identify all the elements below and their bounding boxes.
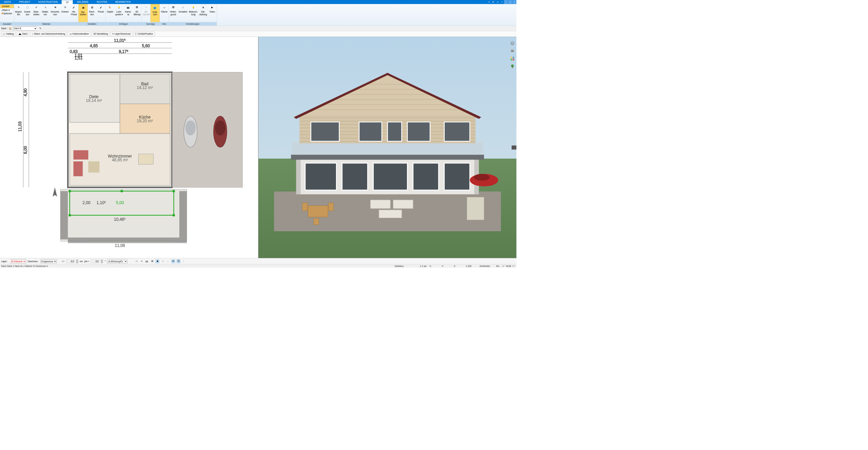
group-label-info: Info [160,22,169,26]
schatteneinst-button[interactable]: ⌂Schatten [178,4,188,22]
katalog-button[interactable]: 📖Katalog [1,32,16,36]
view-3d[interactable] [259,37,517,258]
layergeschoss-button[interactable]: ≡Layer/Geschoss [111,32,132,36]
dach-label: Dach [22,33,28,35]
settings-icon[interactable]: ⚙ [491,0,495,4]
bitmap3d-button[interactable]: 🖼3D- Bitmap [133,4,142,22]
snap3-icon[interactable]: ○ [166,259,170,263]
tree-icon[interactable] [510,64,515,69]
svg-text:6,00: 6,00 [23,146,28,154]
side-panel-handle[interactable] [512,145,516,149]
svg-rect-32 [73,161,83,176]
help-icon[interactable]: ? [500,0,504,4]
richtung-select[interactable]: dl (Richtung/Di [107,259,127,263]
stack-icon[interactable]: ▦ [150,259,154,263]
svg-rect-44 [69,214,71,217]
groessepos-button[interactable]: ⛶Größe/Position [133,32,155,36]
close-button[interactable]: × [512,0,516,4]
wood-icon: ⚏ [70,33,72,35]
selektion-text: Selektion [394,265,404,267]
kamera-button[interactable]: 📷Kame- ra [124,4,132,22]
snap1-icon[interactable]: ◆ [156,259,159,263]
wanddach-button[interactable]: ⌂Wand- und Dachverschneidung [30,32,67,36]
rf-text: RF [512,265,515,267]
dach-select[interactable]: Dach B [13,26,37,31]
svg-text:11,03: 11,03 [18,121,22,131]
darstellen-icon: ▦ [80,5,86,11]
eye-icon[interactable]: 👁 [140,259,144,263]
workspace: 11,01⁵ 4,65 5,60 9,17⁵ 0,83 1,01 1,51 11… [0,37,516,258]
mark-button[interactable]: ◇Mark.▾ [0,8,14,12]
abgreifen-icon: ✎ [16,5,21,11]
darstellung-label: Dar- stellung [199,11,207,16]
svg-rect-76 [359,122,382,141]
holz-button[interactable]: ⚏Holzkonstruktion [68,32,91,36]
minimize-button[interactable]: – [504,0,508,4]
ribbon-group-material: ✎Abgrei- fen⬚Zuwei- sen✐Bear- beiten⤡Ska… [14,4,79,26]
bearbeiten-label: Bear- beiten [33,11,39,16]
palette-icon[interactable] [510,56,515,61]
north-icon[interactable]: Ⓝ [177,259,180,263]
furniture-icon[interactable] [510,49,515,53]
selekt-button[interactable]: ▣Selekt [0,4,14,8]
layergeschoss-label: Layer/Geschoss [114,33,130,35]
tab-sichten[interactable]: SICHTEN [92,0,111,4]
svg-rect-49 [60,191,68,239]
hinpinsel-button[interactable]: 🖌Hin. Pinsel [70,4,78,22]
layers-icon[interactable] [510,41,515,46]
beleuchtung-button[interactable]: 💡Beleuch- tung [188,4,199,22]
flaeche-button[interactable]: ▱Fläche [160,4,169,22]
svg-rect-101 [511,57,512,58]
optionen-button[interactable]: ✚Optionen [0,12,14,16]
hintergrund-button[interactable]: 🖼Hinter- grund [169,4,178,22]
unit-text: Zentimeter [479,265,490,267]
l-input[interactable] [66,259,74,263]
camera-icon[interactable]: 📷 [145,259,149,263]
tab-konstruktion[interactable]: KONSTRUKTION [34,0,62,4]
tab-3d[interactable]: 3D [62,0,73,4]
darstellen-button[interactable]: ▦Dar- stellen [78,4,87,22]
rechnen-button[interactable]: ▨Rech- nen [88,4,96,22]
clock-icon[interactable]: ◷ [135,259,138,263]
geschoss-select[interactable]: Erdgeschos [40,259,57,263]
snap2-icon[interactable]: ◇ [161,259,165,263]
phi-spinner[interactable]: ▴▾ [101,259,103,263]
drehen-icon: ⟳ [62,5,68,11]
kollision-button[interactable]: 👥Kolli- sion [150,4,159,22]
svg-point-98 [474,174,490,181]
svg-rect-62 [444,163,470,190]
svg-rect-104 [513,59,514,60]
drehen-button[interactable]: ⟳Drehen [60,4,69,22]
dach-button[interactable]: ◢◣Dach [16,32,29,36]
tool-icon[interactable]: ✕ [487,0,491,4]
darstellung-button[interactable]: 🖥Dar- stellung [198,4,208,22]
darst2d-button[interactable]: 2D Darstellung [91,32,110,36]
edit-icon[interactable]: ✎ [38,26,42,30]
bearbeiten-button[interactable]: ✐Bear- beiten [32,4,41,22]
tab-datei[interactable]: DATEI [0,0,15,4]
phi-input[interactable] [91,259,99,263]
view-2d[interactable]: 11,01⁵ 4,65 5,60 9,17⁵ 0,83 1,01 1,51 11… [0,37,259,258]
layer-select[interactable]: 2D-Element [10,259,26,263]
schnitt3d-button[interactable]: ✂3D- Schnitt [142,4,150,22]
ein-text: Ein [496,265,499,267]
lichtquelle-button[interactable]: 💡Licht- quelle ▾ [114,4,124,22]
zuweisen-button[interactable]: ⬚Zuwei- sen [23,4,32,22]
skalieren-button[interactable]: ⤡Skalie- ren [41,4,50,22]
grid-icon[interactable]: ⊞ [171,259,175,263]
maximize-button[interactable]: □ [508,0,512,4]
pinsel-button[interactable]: 🖌Pinsel [96,4,105,22]
tab-bearbeiten[interactable]: BEARBEITEN [111,0,135,4]
objekt-button[interactable]: 🪑Objekt [106,4,114,22]
abgreifen-button[interactable]: ✎Abgrei- fen [14,4,23,22]
verschieben-button[interactable]: ✥Verschie- ben [50,4,60,22]
more-icon[interactable]: ⋮ [182,259,185,263]
screen-icon[interactable]: ▭ [495,0,499,4]
uf-text: ÜF [502,265,505,267]
video-button[interactable]: ▶Video [208,4,217,22]
tab-gelaende[interactable]: GELÄNDE [73,0,92,4]
schnitt3d-icon: ✂ [143,5,149,11]
video-label: Video [210,11,215,13]
tab-projekt[interactable]: PROJEKT [15,0,34,4]
l-spinner[interactable]: ▴▾ [76,259,78,263]
